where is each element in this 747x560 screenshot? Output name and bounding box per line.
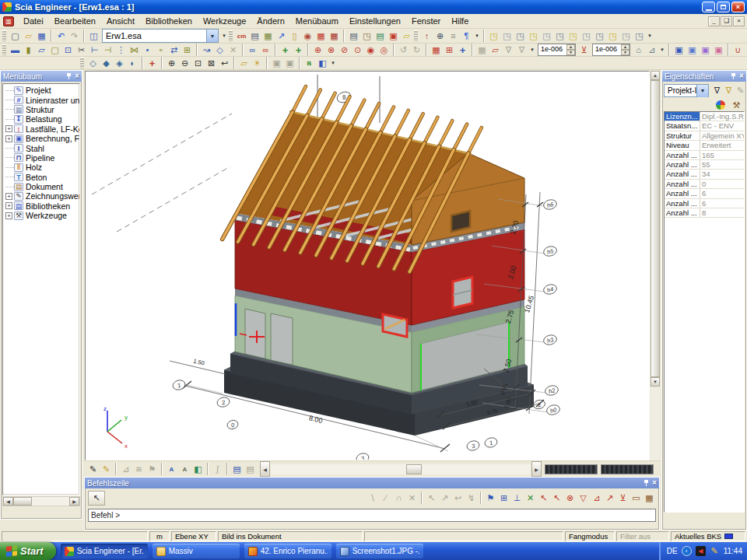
snap-perpendicular-icon[interactable]: ⊥ [510, 492, 524, 504]
stamp-icon[interactable]: ▣ [699, 44, 712, 56]
property-value[interactable]: 165 [700, 151, 744, 159]
render-shaded-icon[interactable]: ◐ [126, 57, 139, 69]
open-folder-icon[interactable]: ▱ [22, 30, 35, 42]
zoom-in-icon[interactable]: ⊕ [165, 57, 178, 69]
print-labels-icon[interactable]: A [178, 463, 191, 475]
toolbar-grip[interactable] [2, 44, 6, 55]
property-value[interactable]: 6 [700, 189, 744, 198]
clipping-box-icon[interactable]: ▱ [237, 57, 251, 69]
pin-icon[interactable] [731, 73, 735, 79]
activity-filter-10-icon[interactable]: ◳ [606, 30, 619, 42]
frame-icon[interactable]: ▦ [314, 30, 328, 42]
sidebar-item-berechnungfen[interactable]: +▣Berechnung, FE-N [3, 134, 79, 143]
snap-table-icon[interactable]: ▦ [643, 492, 656, 504]
select-cursor-button[interactable]: ↖ [88, 491, 105, 506]
snap-center-icon[interactable]: ⊗ [563, 492, 577, 504]
menu-item-ndern[interactable]: Ändern [251, 15, 289, 27]
property-value[interactable]: 55 [700, 160, 744, 169]
viewport-hscrollbar[interactable] [271, 464, 531, 474]
taskbar-task[interactable]: Screenshot1.JPG -... [336, 544, 423, 558]
menu-item-ansicht[interactable]: Ansicht [101, 15, 140, 27]
column-icon[interactable]: ▮ [22, 44, 35, 56]
pin-icon[interactable] [644, 480, 648, 486]
snap-cursor-icon[interactable]: ⚑ [484, 492, 497, 504]
zoom-window-icon[interactable]: ⊡ [191, 57, 205, 69]
property-row[interactable]: NiveauErweitert [665, 141, 744, 150]
menubaum-hscrollbar[interactable]: ◀ ▶ [2, 496, 80, 506]
section-icon[interactable]: ⊿ [119, 463, 132, 475]
scale-icon[interactable]: ⊿ [645, 44, 658, 56]
more-options-icon[interactable]: ▾ [473, 30, 481, 42]
property-row[interactable]: Anzahl ...165 [665, 151, 744, 160]
units-icon[interactable]: cm [235, 30, 248, 42]
sidebar-item-werkzeuge[interactable]: +⚒Werkzeuge [3, 211, 79, 220]
camera-icon[interactable]: ▣ [270, 57, 283, 69]
print-data-icon[interactable]: ▤ [248, 30, 261, 42]
labels-icon[interactable]: A [165, 463, 178, 475]
status-filter[interactable]: Filter aus [616, 531, 669, 541]
folder-red-icon[interactable]: ▱ [489, 44, 502, 56]
hinge-icon[interactable]: ∘ [154, 44, 167, 56]
roof-icon[interactable]: ⌂ [632, 44, 645, 56]
beam-icon[interactable]: ▬ [9, 44, 22, 56]
scroll-right-icon[interactable]: ▶ [69, 497, 79, 506]
close-icon[interactable]: × [75, 72, 79, 80]
tray-pencil-icon[interactable]: ✎ [710, 546, 720, 556]
stamp-2-icon[interactable]: ▣ [712, 44, 725, 56]
filter-2-icon[interactable]: ∇ [515, 44, 528, 56]
status-plane[interactable]: Ebene XY [171, 531, 216, 541]
activity-filter-8-icon[interactable]: ◳ [580, 30, 593, 42]
status-snap-mode[interactable]: Fangmodus [565, 531, 615, 541]
snap-ruler-icon[interactable]: ▭ [630, 492, 643, 504]
menu-item-einstellungen[interactable]: Einstellungen [344, 15, 406, 27]
snap-midpoint-icon[interactable]: ▽ [577, 492, 590, 504]
expand-icon[interactable]: + [5, 135, 12, 142]
scroll-thumb[interactable] [13, 497, 32, 506]
sidebar-item-holz[interactable]: ‖Holz [3, 163, 79, 172]
activity-filter-7-icon[interactable]: ◳ [566, 30, 580, 42]
support-icon[interactable]: ◉ [364, 44, 377, 56]
light-icon[interactable]: ☀ [251, 57, 264, 69]
intersect-icon[interactable]: ⋈ [128, 44, 141, 56]
activity-filter-2-icon[interactable]: ◳ [500, 30, 514, 42]
scroll-thumb[interactable] [406, 464, 422, 474]
render-wire-icon[interactable]: ◇ [86, 57, 100, 69]
property-row[interactable]: Anzahl ...8 [665, 208, 744, 218]
more-options-icon[interactable]: ▾ [658, 44, 666, 56]
snap-arc-icon[interactable]: ∕ [379, 492, 392, 504]
expand-icon[interactable]: + [5, 212, 12, 219]
docked-panel-collapsed-2[interactable] [601, 464, 654, 474]
spinner-down-icon[interactable]: ▼ [566, 50, 575, 55]
spinner-down-icon[interactable]: ▼ [621, 50, 630, 55]
pin-icon[interactable] [67, 73, 71, 79]
property-value[interactable]: Allgemein XYZ [700, 131, 744, 140]
export-icon[interactable]: ↗ [275, 30, 288, 42]
menu-item-bibliotheken[interactable]: Bibliotheken [140, 15, 198, 27]
snap-circle-icon[interactable]: ∩ [392, 492, 405, 504]
property-row[interactable]: Anzahl ...34 [665, 170, 744, 179]
sidebar-item-lastfllelfkomb[interactable]: +↨Lastfälle, LF-Komb [3, 124, 79, 134]
document-zoom-icon[interactable]: ⊕ [433, 30, 447, 42]
activity-filter-6-icon[interactable]: ◳ [553, 30, 566, 42]
filter-flash-icon[interactable]: ∇ [723, 85, 735, 97]
notes-icon[interactable]: ▱ [400, 30, 413, 42]
coord-axes-icon[interactable]: + [146, 57, 159, 69]
break-icon[interactable]: ⋮ [114, 44, 128, 56]
property-row[interactable]: Lizenzn...Dipl.-Ing.S.Ry... [665, 112, 744, 121]
storey-icon[interactable]: ≋ [132, 463, 146, 475]
new-document-icon[interactable]: ▢ [9, 30, 22, 42]
sidebar-item-bibliotheken[interactable]: +▤Bibliotheken [3, 201, 79, 211]
sidebar-item-pipeline[interactable]: ⊓Pipeline [3, 153, 79, 163]
printer-icon[interactable]: ▤ [347, 30, 360, 42]
command-input[interactable]: Befehl > [88, 509, 656, 522]
menu-item-hilfe[interactable]: Hilfe [446, 15, 474, 27]
scroll-right-icon[interactable]: ▶ [531, 461, 542, 477]
paste-multi-icon[interactable]: ▣ [686, 44, 699, 56]
color-palette-icon[interactable] [716, 100, 725, 110]
zoom-all-icon[interactable]: ⊠ [205, 57, 218, 69]
snap-tangent-icon[interactable]: ⊿ [590, 492, 603, 504]
property-row[interactable]: Staatsn...EC - ENV [665, 121, 744, 131]
sidebar-item-stahl[interactable]: IStahl [3, 143, 79, 152]
scroll-thumb[interactable] [651, 80, 660, 377]
more-options-icon[interactable]: ▾ [646, 30, 654, 42]
